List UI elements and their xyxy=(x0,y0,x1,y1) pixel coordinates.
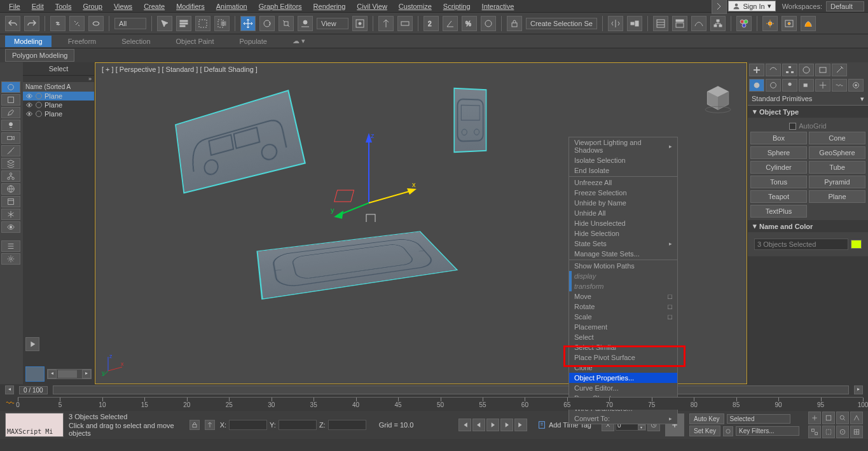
selection-lock-icon[interactable] xyxy=(189,420,200,430)
fov-icon[interactable] xyxy=(850,412,863,424)
menu-scripting[interactable]: Scripting xyxy=(438,1,476,11)
light-icon[interactable] xyxy=(1,120,20,131)
y-coord-input[interactable] xyxy=(279,420,317,430)
ribbon-tab-freeform[interactable]: Freeform xyxy=(59,36,106,47)
menu-edit[interactable]: Edit xyxy=(27,1,49,11)
obj-teapot-button[interactable]: Teapot xyxy=(750,190,807,203)
menu-grapheditors[interactable]: Graph Editors xyxy=(254,1,307,11)
menu-group[interactable]: Group xyxy=(78,1,107,11)
window-crossing-button[interactable] xyxy=(214,16,230,31)
menu-civilview[interactable]: Civil View xyxy=(352,1,392,11)
time-slider[interactable] xyxy=(53,385,849,394)
obj-cone-button[interactable]: Cone xyxy=(809,132,865,144)
lights-subtab-icon[interactable] xyxy=(782,79,797,92)
ctx-select-similar[interactable]: Select Similar xyxy=(569,342,677,352)
ctx-manage-state-sets[interactable]: Manage State Sets... xyxy=(569,249,677,259)
spacewarps-subtab-icon[interactable] xyxy=(832,79,847,92)
object-color-swatch[interactable] xyxy=(851,240,862,249)
selection-filter-combo[interactable]: All xyxy=(114,18,146,29)
cameras-subtab-icon[interactable] xyxy=(799,79,814,92)
freeze-toggle-icon[interactable] xyxy=(36,102,42,108)
visibility-icon[interactable] xyxy=(1,221,20,233)
scene-list-header[interactable]: Name (Sorted A xyxy=(23,82,94,92)
render-frame-button[interactable] xyxy=(782,16,797,31)
scale-button[interactable] xyxy=(279,16,294,31)
left-hscroll[interactable]: ◂▸ xyxy=(47,369,92,379)
named-selection-combo[interactable]: Create Selection Se xyxy=(526,18,597,29)
play-button[interactable] xyxy=(486,419,499,431)
modify-tab-icon[interactable] xyxy=(766,64,781,76)
viewcube[interactable] xyxy=(702,82,734,114)
snap-percent-button[interactable]: % xyxy=(462,16,477,31)
obj-tube-button[interactable]: Tube xyxy=(809,161,865,174)
move-button[interactable] xyxy=(240,16,256,31)
obj-torus-button[interactable]: Torus xyxy=(750,176,807,188)
ctx-move[interactable]: Move□ xyxy=(569,291,677,302)
toggle-ribbon-button[interactable] xyxy=(672,16,687,31)
play-script-icon[interactable] xyxy=(25,337,39,351)
ctx-rotate[interactable]: Rotate□ xyxy=(569,302,677,312)
helpers-subtab-icon[interactable] xyxy=(815,79,830,92)
undo-button[interactable] xyxy=(5,16,20,31)
timeline-next-icon[interactable]: ▸ xyxy=(854,385,863,394)
ctx-end-isolate[interactable]: End Isolate xyxy=(569,165,677,176)
next-frame-button[interactable] xyxy=(500,419,513,431)
freeze-toggle-icon[interactable] xyxy=(36,111,42,117)
menu-create[interactable]: Create xyxy=(139,1,170,11)
category-combo[interactable]: Standard Primitives▾ xyxy=(748,93,868,106)
autokey-button[interactable]: Auto Key xyxy=(689,413,724,424)
utilities-tab-icon[interactable] xyxy=(832,64,847,76)
globe-icon[interactable] xyxy=(1,183,20,195)
link-button[interactable] xyxy=(50,16,65,31)
object-name-input[interactable] xyxy=(754,239,848,250)
zoom-extents-icon[interactable] xyxy=(822,412,835,424)
obj-box-button[interactable]: Box xyxy=(750,132,807,144)
viewport-thumb[interactable] xyxy=(25,366,45,382)
scene-item[interactable]: Plane xyxy=(23,101,94,109)
mirror-button[interactable] xyxy=(608,16,623,31)
ctx-viewport-lighting[interactable]: Viewport Lighting and Shadows▸ xyxy=(569,137,677,155)
orbit-icon[interactable] xyxy=(836,426,849,438)
ctx-place-pivot-surface[interactable]: Place Pivot Surface xyxy=(569,352,677,363)
menu-interactive[interactable]: Interactive xyxy=(477,1,520,11)
signin-button[interactable]: Sign In ▾ xyxy=(728,1,775,11)
autogrid-checkbox[interactable]: AutoGrid xyxy=(750,120,865,132)
redo-button[interactable] xyxy=(24,16,39,31)
rotate-button[interactable] xyxy=(259,16,275,31)
rect-region-button[interactable] xyxy=(195,16,210,31)
eye-icon[interactable] xyxy=(25,92,33,100)
absolute-mode-icon[interactable] xyxy=(205,420,215,430)
obj-cylinder-button[interactable]: Cylinder xyxy=(750,161,807,174)
snap-angle-button[interactable] xyxy=(443,16,458,31)
ctx-placement[interactable]: Placement xyxy=(569,322,677,332)
viewport[interactable]: [ + ] [ Perspective ] [ Standard ] [ Def… xyxy=(95,62,747,384)
render-button[interactable] xyxy=(801,16,816,31)
edit-mode-icon[interactable] xyxy=(1,107,20,118)
curve-editor-button[interactable] xyxy=(691,16,706,31)
ctx-object-properties[interactable]: Object Properties... xyxy=(569,373,677,383)
reference-plane-side[interactable] xyxy=(175,90,306,193)
menu-file[interactable]: File xyxy=(4,1,25,11)
reference-plane-top[interactable] xyxy=(256,231,458,300)
unlink-button[interactable] xyxy=(69,16,85,31)
layer-explorer-button[interactable] xyxy=(653,16,668,31)
reference-plane-front[interactable] xyxy=(453,88,486,153)
x-coord-input[interactable] xyxy=(229,420,267,430)
geometry-subtab-icon[interactable] xyxy=(749,79,764,92)
workspace-combo[interactable]: Default xyxy=(826,1,864,11)
placement-button[interactable] xyxy=(298,16,313,31)
polygon-modeling-button[interactable]: Polygon Modeling xyxy=(5,49,74,62)
setkey-button[interactable]: Set Key xyxy=(689,426,720,436)
ctx-clone[interactable]: Clone xyxy=(569,363,677,373)
keyboard-shortcut-button[interactable] xyxy=(397,16,413,31)
scene-item[interactable]: Plane xyxy=(23,92,94,101)
freeze-icon[interactable] xyxy=(1,209,20,220)
schematic-view-button[interactable] xyxy=(710,16,726,31)
settings-icon[interactable] xyxy=(1,253,20,265)
ctx-unhide-all[interactable]: Unhide All xyxy=(569,208,677,218)
eye-icon[interactable] xyxy=(25,110,33,118)
ctx-hide-unselected[interactable]: Hide Unselected xyxy=(569,218,677,228)
timeline-ruler[interactable]: 0510152025303540455055606570758085909510… xyxy=(18,397,863,410)
motion-tab-icon[interactable] xyxy=(799,64,814,76)
scene-item[interactable]: Plane xyxy=(23,109,94,118)
